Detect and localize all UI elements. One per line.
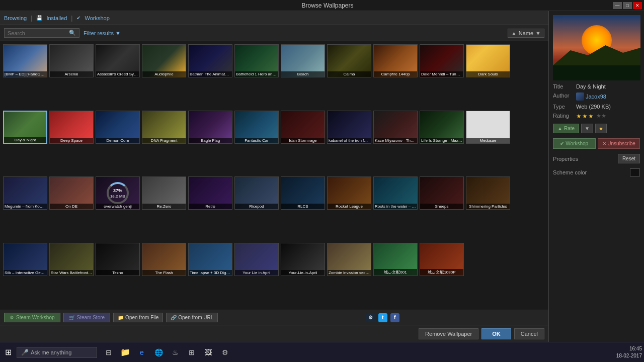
- wallpaper-item[interactable]: The Flash: [142, 243, 186, 276]
- taskbar-search[interactable]: 🎤 Ask me anything: [17, 347, 97, 358]
- wallpaper-item[interactable]: Silk – Interactive Generative Art: [3, 243, 47, 276]
- wallpaper-item[interactable]: Campfire 1440p: [373, 44, 418, 77]
- cancel-button[interactable]: Cancel: [514, 328, 544, 339]
- wallpaper-item[interactable]: Fantastic Car: [234, 111, 279, 144]
- explorer-icon[interactable]: 📁: [118, 345, 133, 360]
- close-button[interactable]: ✕: [633, 2, 642, 9]
- reset-button[interactable]: Reset: [618, 154, 640, 163]
- wallpaper-item[interactable]: Demon Core: [96, 111, 140, 144]
- installed-icon: 💾: [36, 15, 42, 21]
- wallpaper-item[interactable]: Shimmering Particles: [466, 176, 510, 210]
- twitter-icon[interactable]: t: [378, 313, 387, 322]
- wallpaper-item[interactable]: Ricepod: [234, 176, 279, 210]
- wallpaper-item[interactable]: Day & Night: [3, 111, 47, 144]
- rate-button[interactable]: ▲ Rate: [553, 124, 579, 133]
- steam-taskbar-icon[interactable]: ♨: [168, 345, 183, 360]
- sort-dropdown-icon[interactable]: ▼: [535, 30, 541, 36]
- open-file-button[interactable]: 📁 Open from File: [113, 313, 163, 322]
- scheme-color-picker[interactable]: [630, 168, 640, 176]
- search-input[interactable]: [8, 30, 69, 36]
- properties-row: Properties Reset: [553, 154, 640, 163]
- workshop-icon: ✔: [76, 15, 80, 21]
- wallpaper-item[interactable]: Idan Stormrage: [281, 111, 325, 144]
- wallpaper-item[interactable]: 城ب文配001: [373, 243, 418, 276]
- nav-installed[interactable]: Installed: [46, 15, 67, 21]
- task-view-icon[interactable]: ⊟: [101, 345, 116, 360]
- wallpaper-item[interactable]: [BMP – ED] [HandGoddess Remix]: [3, 44, 47, 77]
- wallpaper-item[interactable]: Time lapse + 3D Digital Clock: [188, 243, 232, 276]
- wallpaper-item[interactable]: Rocket League: [327, 176, 371, 210]
- wallpaper-label: Dark Souls: [466, 71, 510, 77]
- edge-icon[interactable]: e: [134, 345, 149, 360]
- wallpaper-item[interactable]: Roots in the water – 4K: [373, 176, 418, 210]
- wallpaper-item[interactable]: Eagle Flag: [188, 111, 232, 144]
- favorite-button[interactable]: ★: [595, 124, 607, 133]
- wallpaper-label: Daler Mehndi – Tunak Tunak Tun: [420, 71, 463, 77]
- maximize-button[interactable]: □: [623, 2, 632, 9]
- open-url-button[interactable]: 🔗 Open from URL: [166, 313, 218, 322]
- sort-arrow-up[interactable]: ▲: [511, 30, 517, 36]
- wallpaper-item[interactable]: Life Is Strange - Max in the school gard…: [420, 111, 464, 144]
- ok-button[interactable]: OK: [481, 328, 511, 339]
- wallpaper-item[interactable]: Medusae: [466, 111, 510, 144]
- wallpaper-item[interactable]: Kaze Miyazono - The Falling Snow: [373, 111, 418, 144]
- facebook-icon[interactable]: f: [390, 313, 399, 322]
- wallpaper-item[interactable]: Batman The Animated Series (With Lightni…: [188, 44, 232, 77]
- rating-row: Rating ★★★★★: [553, 113, 640, 120]
- wallpaper-item[interactable]: kabanel of the iron fortress-mumel (1080…: [327, 111, 371, 144]
- wallpaper-item[interactable]: 城ب文配1080P: [420, 243, 464, 276]
- wallpaper-item[interactable]: Tezno: [96, 243, 140, 276]
- wallpaper-item[interactable]: Megumin – from KonoSuba 1080p: [3, 176, 47, 210]
- wallpaper-label: On DE: [50, 204, 93, 209]
- wallpaper-item[interactable]: Battlefield 1 Hero and Zeppelin (No Musi…: [234, 44, 279, 77]
- wallpaper-item[interactable]: Daler Mehndi – Tunak Tunak Tun: [420, 44, 464, 77]
- wallpaper-label: 城ب文配1080P: [420, 269, 463, 276]
- wallpaper-item[interactable]: Arsenal: [49, 44, 94, 77]
- wallpaper-item[interactable]: Retro: [188, 176, 232, 210]
- wallpaper-item[interactable]: RLCS: [281, 176, 325, 210]
- search-box[interactable]: 🔍: [4, 28, 79, 38]
- wallpaper-item[interactable]: Re:Zero: [142, 176, 186, 210]
- wallpaper-item[interactable]: Your Lie in April: [234, 243, 279, 276]
- author-link[interactable]: Jacox98: [576, 93, 606, 101]
- wallpaper-item[interactable]: Your-Lie-in-April: [281, 243, 325, 276]
- sort-select[interactable]: ▲ Name ▼: [508, 29, 544, 38]
- wallpaper-item[interactable]: On DE: [49, 176, 94, 210]
- wallpaper-item[interactable]: DNA Fragment: [142, 111, 186, 144]
- wallpaper-label: Kaze Miyazono - The Falling Snow: [374, 138, 417, 143]
- panel-buttons: ✔ Workshop ✕ Unsubscribe: [553, 138, 640, 149]
- wallpaper-item[interactable]: 37%16.2 MBoverwatch genji: [96, 176, 140, 210]
- unsubscribe-button[interactable]: ✕ Unsubscribe: [598, 138, 640, 149]
- wallpaper-label: Medusae: [466, 138, 510, 143]
- remove-wallpaper-button[interactable]: Remove Wallpaper: [419, 328, 478, 339]
- chrome-icon[interactable]: 🌐: [151, 345, 166, 360]
- minimize-button[interactable]: —: [613, 2, 622, 9]
- wallpaper-item[interactable]: Deep Space: [49, 111, 94, 144]
- apps-icon[interactable]: ⊞: [184, 345, 199, 360]
- wallpaper-item[interactable]: Assassin's Creed Syndicate LOGO: [96, 44, 140, 77]
- steam-icon: ⚙: [10, 315, 14, 320]
- steam-workshop-button[interactable]: ⚙ Steam Workshop: [4, 313, 60, 322]
- filter-button[interactable]: Filter results ▼: [84, 30, 121, 36]
- start-button[interactable]: ⊞: [2, 346, 15, 358]
- mic-icon: 🎤: [21, 349, 29, 356]
- workshop-button[interactable]: ✔ Workshop: [553, 138, 596, 149]
- wallpaper-item[interactable]: Beach: [281, 44, 325, 77]
- nav-browsing[interactable]: Browsing: [4, 15, 27, 21]
- steam-store-button[interactable]: 🛒 Steam Store: [63, 313, 111, 322]
- nav-workshop[interactable]: Workshop: [85, 15, 109, 21]
- store-icon: 🛒: [69, 315, 75, 320]
- steam-social-icon[interactable]: ⚙: [366, 313, 375, 322]
- wallpaper-item[interactable]: Star Wars Battlefront Darth Vader Endor …: [49, 243, 94, 276]
- wallpaper-item[interactable]: Zombie Invasion section 3 (HQ): [327, 243, 371, 276]
- settings-icon2[interactable]: ⚙: [217, 345, 232, 360]
- wallpaper-label: The Flash: [142, 270, 186, 276]
- thumbup-icon: ▲: [557, 126, 562, 131]
- wallpaper-item[interactable]: Calma: [327, 44, 371, 77]
- wallpaper-item[interactable]: Audiophile: [142, 44, 186, 77]
- photos-icon[interactable]: 🖼: [201, 345, 216, 360]
- rate-row: ▲ Rate ▼ ★: [553, 124, 640, 133]
- wallpaper-item[interactable]: Sheeps: [420, 176, 464, 210]
- wallpaper-item[interactable]: Dark Souls: [466, 44, 510, 77]
- thumbdown-button[interactable]: ▼: [581, 124, 593, 133]
